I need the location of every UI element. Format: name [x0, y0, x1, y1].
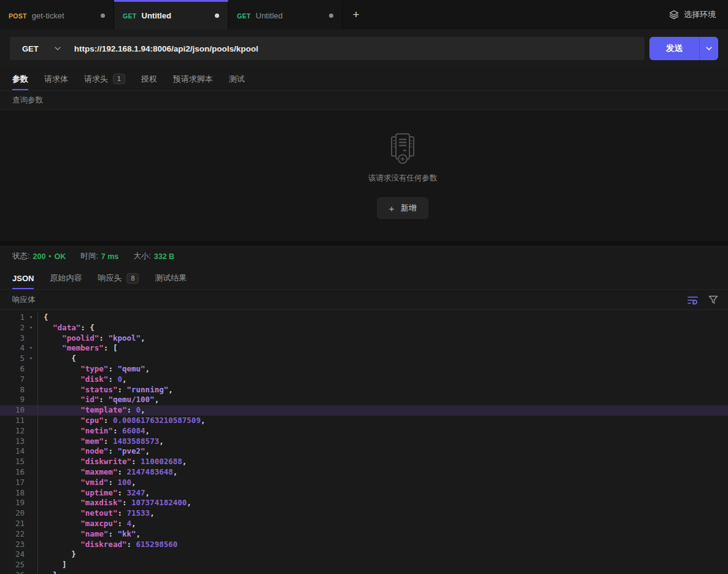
- line-number: 4: [0, 343, 25, 354]
- response-view-tab[interactable]: 响应头8: [98, 267, 139, 289]
- line-number: 23: [0, 540, 25, 550]
- chevron-down-icon: [55, 47, 61, 50]
- line-number: 17: [0, 478, 25, 488]
- time-value: 7 ms: [101, 252, 119, 261]
- code-line: 15 "diskwrite": 110002688,: [0, 457, 728, 467]
- new-tab-button[interactable]: +: [343, 0, 370, 29]
- code-line: 7 "disk": 0,: [0, 374, 728, 385]
- code-line: 17 "vmid": 100,: [0, 478, 728, 488]
- code-token: [44, 405, 80, 414]
- request-config-tab[interactable]: 请求体: [44, 68, 68, 90]
- request-tab[interactable]: POSTget-ticket: [0, 0, 114, 29]
- response-view-tab[interactable]: 原始内容: [50, 267, 82, 289]
- fold-toggle-icon[interactable]: ▾: [25, 354, 38, 364]
- code-text: {: [38, 312, 48, 323]
- line-number: 6: [0, 364, 25, 374]
- code-token: ,: [136, 529, 141, 538]
- code-token: :: [117, 467, 126, 476]
- url-input[interactable]: https://192.168.1.94:8006/api2/json/pool…: [74, 44, 645, 53]
- code-token: "disk": [80, 374, 108, 384]
- code-token: "name": [80, 529, 108, 538]
- code-line: 14 "node": "pve2",: [0, 446, 728, 457]
- unsaved-dot: [329, 14, 333, 18]
- request-config-tab[interactable]: 测试: [229, 68, 245, 90]
- code-token: 66084: [122, 426, 145, 435]
- code-token: 3247: [127, 488, 145, 497]
- fold-toggle-icon: [25, 395, 38, 405]
- send-button[interactable]: 发送: [649, 37, 718, 60]
- pane-splitter[interactable]: [0, 241, 728, 246]
- request-tab[interactable]: GETUntitled: [114, 0, 228, 29]
- code-text: "node": "pve2",: [38, 446, 150, 457]
- code-line: 5▾ {: [0, 354, 728, 364]
- code-token: [44, 426, 80, 435]
- request-config-tab-label: 参数: [12, 74, 28, 85]
- fold-toggle-icon: [25, 508, 38, 519]
- send-options-chevron-icon[interactable]: [700, 47, 718, 50]
- code-token: 0.00861763210587509: [113, 416, 201, 425]
- line-number: 15: [0, 457, 25, 467]
- empty-params-icon: [387, 131, 418, 165]
- fold-toggle-icon[interactable]: ▾: [25, 323, 38, 333]
- code-text: }: [38, 549, 76, 560]
- code-token: ,: [145, 364, 150, 373]
- code-token: : [: [104, 343, 118, 352]
- environment-selector[interactable]: 选择环境: [657, 0, 728, 29]
- line-number: 12: [0, 426, 25, 436]
- unsaved-dot: [215, 14, 219, 18]
- code-token: ,: [168, 385, 173, 394]
- query-params-header: 查询参数: [0, 91, 728, 110]
- tab-method-label: GET: [123, 12, 137, 20]
- word-wrap-icon[interactable]: [687, 295, 699, 304]
- fold-toggle-icon[interactable]: ▾: [25, 343, 38, 354]
- code-token: [44, 416, 80, 425]
- code-line: 16 "maxmem": 2147483648,: [0, 467, 728, 478]
- response-json-viewer[interactable]: 1▾{2▾ "data": {3 "poolid": "kpool",4▾ "m…: [0, 310, 728, 574]
- code-line: 3 "poolid": "kpool",: [0, 333, 728, 344]
- code-token: "data": [53, 323, 80, 332]
- request-config-tab[interactable]: 请求头1: [84, 68, 125, 90]
- code-token: :: [108, 478, 117, 487]
- request-config-tab[interactable]: 参数: [12, 68, 28, 90]
- line-number: 11: [0, 416, 25, 426]
- code-token: :: [122, 498, 131, 507]
- count-badge: 1: [113, 74, 125, 84]
- code-text: "diskread": 615298560: [38, 540, 177, 550]
- request-tab[interactable]: GETUntitled: [228, 0, 343, 29]
- code-text: "id": "qemu/100",: [38, 395, 159, 405]
- response-view-tab[interactable]: 测试结果: [155, 267, 187, 289]
- code-token: "template": [80, 405, 126, 414]
- code-line: 22 "name": "kk",: [0, 529, 728, 540]
- request-config-tab[interactable]: 预请求脚本: [173, 68, 213, 90]
- code-token: 1483588573: [113, 436, 159, 446]
- request-config-tab[interactable]: 授权: [141, 68, 157, 90]
- filter-icon[interactable]: [708, 295, 718, 304]
- line-number: 20: [0, 508, 25, 519]
- code-token: ,: [201, 416, 206, 425]
- response-view-tab-label: JSON: [12, 274, 34, 283]
- tab-title: Untitled: [142, 11, 211, 20]
- unsaved-dot: [101, 14, 105, 18]
- code-line: 21 "maxcpu": 4,: [0, 519, 728, 529]
- code-token: : {: [80, 323, 95, 332]
- add-param-button[interactable]: + 新增: [377, 197, 429, 219]
- fold-toggle-icon: [25, 529, 38, 540]
- response-view-tab[interactable]: JSON: [12, 267, 34, 289]
- code-token: 107374182400: [131, 498, 187, 507]
- code-token: ,: [187, 498, 192, 507]
- fold-toggle-icon: [25, 478, 38, 488]
- code-token: "maxdisk": [80, 498, 122, 507]
- code-token: :: [99, 333, 108, 343]
- code-token: :: [104, 416, 113, 425]
- code-token: ,: [131, 519, 136, 528]
- line-number: 21: [0, 519, 25, 529]
- code-token: "mem": [80, 436, 104, 446]
- code-token: :: [108, 446, 117, 456]
- code-token: [44, 519, 80, 528]
- method-select[interactable]: GET: [10, 44, 74, 53]
- code-token: 110002688: [141, 457, 182, 466]
- code-line: 9 "id": "qemu/100",: [0, 395, 728, 405]
- tab-strip: POSTget-ticketGETUntitledGETUntitled: [0, 0, 343, 29]
- code-token: ,: [131, 478, 136, 487]
- fold-toggle-icon[interactable]: ▾: [25, 312, 38, 323]
